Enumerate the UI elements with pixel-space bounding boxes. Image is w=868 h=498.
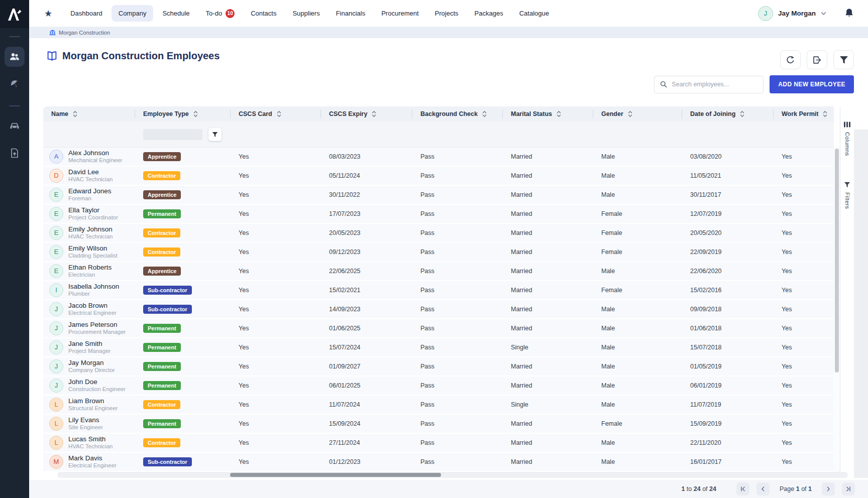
employee-name-cell[interactable]: J Jane Smith Project Manager [43, 340, 135, 354]
table-row[interactable]: E Edward Jones Foreman Apprentice Yes 30… [43, 186, 834, 205]
sidebar-item-documents[interactable] [5, 143, 25, 163]
employee-name-cell[interactable]: J John Doe Construction Engineer [43, 378, 135, 393]
sort-icon[interactable] [557, 110, 561, 117]
sort-icon[interactable] [277, 110, 281, 117]
column-header-date-of-joining[interactable]: Date of Joining [682, 106, 774, 121]
nav-item-packages[interactable]: Packages [468, 5, 510, 22]
employee-name-cell[interactable]: J James Peterson Procurement Manager [43, 321, 135, 335]
table-row[interactable]: A Alex Johnson Mechanical Engineer Appre… [43, 148, 834, 167]
vertical-scrollbar[interactable] [834, 148, 840, 472]
table-row[interactable]: J Jay Morgan Company Director Permanent … [43, 357, 834, 377]
employee-name-cell[interactable]: J Jay Morgan Company Director [43, 359, 135, 374]
column-header-background-check[interactable]: Background Check [412, 106, 503, 121]
nav-item-to-do[interactable]: To-do 10 [199, 5, 242, 23]
sort-icon[interactable] [482, 110, 487, 117]
employee-name-cell[interactable]: E Ella Taylor Project Coordinator [43, 206, 135, 221]
work-permit-cell: Yes [774, 210, 834, 217]
column-header-cscs-card[interactable]: CSCS Card [231, 106, 321, 121]
filters-panel-tab[interactable]: Filters [844, 192, 850, 209]
user-avatar[interactable]: J [758, 6, 773, 21]
table-row[interactable]: J Jacob Brown Electrical Engineer Sub-co… [43, 300, 834, 319]
previous-page-button[interactable] [756, 482, 770, 495]
nav-item-procurement[interactable]: Procurement [374, 5, 425, 22]
column-header-employee-type[interactable]: Employee Type [135, 106, 231, 121]
horizontal-scrollbar-thumb[interactable] [230, 473, 441, 477]
sort-icon[interactable] [823, 110, 827, 117]
work-permit-cell: Yes [774, 401, 834, 408]
app-logo[interactable] [0, 0, 29, 28]
export-button[interactable] [807, 50, 827, 69]
sidebar-item-employees[interactable] [5, 47, 25, 67]
nav-item-projects[interactable]: Projects [428, 5, 466, 22]
cscs-card-cell: Yes [231, 172, 321, 179]
employee-name-cell[interactable]: L Liam Brown Structural Engineer [43, 397, 135, 412]
nav-item-catalogue[interactable]: Catalogue [512, 5, 556, 22]
sort-icon[interactable] [372, 110, 376, 117]
sidebar-item-tools[interactable]: ☂ [5, 74, 25, 94]
cscs-card-cell: Yes [231, 287, 321, 294]
column-header-work-permit[interactable]: Work Permit [774, 106, 834, 121]
table-row[interactable]: L Lily Evans Site Engineer Permanent Yes… [43, 415, 834, 434]
sidebar-item-vehicles[interactable] [5, 116, 25, 136]
column-header-name[interactable]: Name [43, 106, 135, 121]
vertical-scrollbar-thumb[interactable] [835, 149, 839, 372]
table-row[interactable]: I Isabella Johnson Plumber Sub-contracto… [43, 281, 834, 300]
next-page-button[interactable] [822, 482, 835, 495]
first-page-button[interactable] [736, 482, 749, 495]
nav-item-dashboard[interactable]: Dashboard [63, 5, 110, 22]
table-row[interactable]: E Ethan Roberts Electrician Apprentice Y… [43, 262, 834, 281]
employee-name-cell[interactable]: E Emily Johnson HVAC Technician [43, 225, 135, 240]
table-row[interactable]: M Mark Davis Electrical Engineer Sub-con… [43, 453, 834, 472]
table-row[interactable]: D David Lee HVAC Technician Contractor Y… [43, 167, 834, 186]
add-new-employee-button[interactable]: ADD NEW EMPLOYEE [770, 75, 854, 93]
sort-icon[interactable] [628, 110, 632, 117]
table-row[interactable]: J Jane Smith Project Manager Permanent Y… [43, 338, 834, 357]
employee-type-badge: Permanent [143, 343, 181, 352]
user-name[interactable]: Jay Morgan [778, 10, 816, 17]
employee-name-cell[interactable]: M Mark Davis Electrical Engineer [43, 454, 135, 469]
sort-icon[interactable] [740, 110, 744, 117]
refresh-button[interactable] [780, 50, 801, 69]
employee-name-cell[interactable]: E Ethan Roberts Electrician [43, 264, 135, 278]
table-row[interactable]: E Ella Taylor Project Coordinator Perman… [43, 205, 834, 224]
employee-name-cell[interactable]: E Emily Wilson Cladding Specialist [43, 244, 135, 259]
employee-name-cell[interactable]: I Isabella Johnson Plumber [43, 283, 135, 297]
nav-item-contacts[interactable]: Contacts [244, 5, 283, 22]
column-header-cscs-expiry[interactable]: CSCS Expiry [321, 106, 412, 121]
breadcrumb-label[interactable]: Morgan Construction [59, 30, 110, 36]
column-header-gender[interactable]: Gender [593, 106, 682, 121]
table-row[interactable]: L Liam Brown Structural Engineer Contrac… [43, 396, 834, 415]
employee-name-cell[interactable]: L Lily Evans Site Engineer [43, 416, 135, 431]
employee-name-cell[interactable]: D David Lee HVAC Technician [43, 168, 135, 183]
nav-item-financials[interactable]: Financials [329, 5, 373, 22]
notifications-button[interactable] [844, 8, 854, 19]
columns-icon[interactable] [844, 121, 850, 128]
filter-button[interactable] [833, 50, 854, 69]
employee-type-filter-button[interactable] [208, 128, 222, 141]
search-input[interactable] [672, 81, 757, 88]
employee-name-cell[interactable]: J Jacob Brown Electrical Engineer [43, 302, 135, 316]
column-header-marital-status[interactable]: Marital Status [503, 106, 593, 121]
nav-item-company[interactable]: Company [112, 5, 154, 22]
employee-avatar: I [49, 283, 63, 297]
employee-name-cell[interactable]: L Lucas Smith HVAC Technician [43, 435, 135, 450]
table-row[interactable]: J James Peterson Procurement Manager Per… [43, 319, 834, 338]
table-row[interactable]: J John Doe Construction Engineer Permane… [43, 377, 834, 396]
work-permit-cell: Yes [774, 153, 834, 160]
table-row[interactable]: E Emily Johnson HVAC Technician Contract… [43, 224, 834, 243]
employee-type-filter-input[interactable] [143, 129, 202, 140]
sort-icon[interactable] [193, 110, 198, 117]
nav-item-suppliers[interactable]: Suppliers [285, 5, 327, 22]
columns-panel-tab[interactable]: Columns [844, 132, 850, 156]
employee-name-cell[interactable]: A Alex Johnson Mechanical Engineer [43, 149, 135, 164]
table-row[interactable]: L Lucas Smith HVAC Technician Contractor… [43, 434, 834, 453]
employee-name-cell[interactable]: E Edward Jones Foreman [43, 187, 135, 202]
sort-icon[interactable] [73, 110, 77, 117]
last-page-button[interactable] [842, 482, 855, 495]
table-row[interactable]: E Emily Wilson Cladding Specialist Contr… [43, 243, 834, 262]
favorites-star-icon[interactable]: ★ [44, 9, 52, 18]
horizontal-scrollbar[interactable] [57, 472, 848, 478]
nav-item-schedule[interactable]: Schedule [155, 5, 196, 22]
chevron-down-icon[interactable] [821, 12, 826, 16]
filters-panel-icon[interactable] [844, 182, 850, 188]
